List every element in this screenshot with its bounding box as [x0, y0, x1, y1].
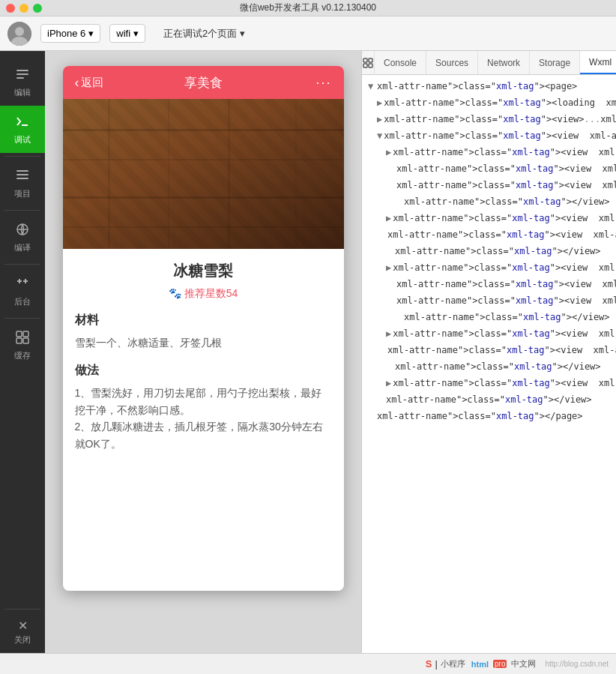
xml-tree-line-3[interactable]: ▼xml-attr-name">class="xml-tag"><view xm…: [362, 127, 616, 144]
svg-rect-19: [23, 338, 28, 343]
xml-tree-line-16[interactable]: xml-attr-name">class="xml-tag"><view xml…: [362, 342, 616, 358]
sidebar-item-project[interactable]: 项目: [0, 160, 45, 207]
xml-content-17: xml-attr-name">class="xml-tag"></view>: [395, 360, 601, 373]
tab-network[interactable]: Network: [478, 51, 530, 74]
xml-tree-line-4[interactable]: ▶xml-attr-name">class="xml-tag"><view xm…: [362, 144, 616, 160]
svg-rect-24: [63, 226, 344, 228]
xml-content-7: xml-attr-name">class="xml-tag"></view>: [404, 195, 610, 208]
svg-rect-7: [16, 170, 28, 172]
xml-content-4: xml-attr-name">class="xml-tag"><view xml…: [393, 145, 616, 159]
xml-tree-line-13[interactable]: xml-attr-name">class="xml-tag"><view xml…: [362, 292, 616, 309]
xml-content-5: xml-attr-name">class="xml-tag"><view xml…: [396, 162, 616, 175]
xml-content-6: xml-attr-name">class="xml-tag"><view xml…: [396, 178, 616, 192]
device-selector[interactable]: iPhone 6 ▾: [40, 24, 100, 43]
xml-content-15: xml-attr-name">class="xml-tag"><view xml…: [393, 327, 616, 340]
xml-toggle-8[interactable]: ▶: [386, 211, 391, 225]
project-icon: [14, 167, 31, 186]
xml-tree-line-9[interactable]: xml-attr-name">class="xml-tag"><view xml…: [362, 226, 616, 243]
sidebar-item-editor[interactable]: 编辑: [0, 58, 45, 106]
xml-content-12: xml-attr-name">class="xml-tag"><view xml…: [396, 277, 616, 291]
devtools-xml-content: ▼xml-attr-name">class="xml-tag"><page>▶x…: [362, 75, 616, 653]
xml-toggle-11[interactable]: ▶: [386, 261, 391, 274]
sidebar-backend-label: 后台: [14, 296, 31, 307]
xml-tree-line-11[interactable]: ▶xml-attr-name">class="xml-tag"><view xm…: [362, 259, 616, 276]
xml-tree-line-17[interactable]: xml-attr-name">class="xml-tag"></view>: [362, 358, 616, 375]
svg-rect-23: [63, 196, 344, 199]
debug-icon: [14, 113, 31, 132]
minimize-button[interactable]: [19, 4, 28, 13]
avatar: [7, 22, 31, 46]
xml-tree-line-6[interactable]: xml-attr-name">class="xml-tag"><view xml…: [362, 177, 616, 193]
tab-console[interactable]: Console: [375, 51, 426, 74]
xml-toggle-18[interactable]: ▶: [386, 376, 391, 390]
maximize-button[interactable]: [33, 4, 42, 13]
xml-tree-line-18[interactable]: ▶xml-attr-name">class="xml-tag"><view xm…: [362, 375, 616, 391]
xml-tree-line-5[interactable]: xml-attr-name">class="xml-tag"><view xml…: [362, 160, 616, 177]
xml-tree-line-20[interactable]: xml-attr-name">class="xml-tag"></page>: [362, 408, 616, 424]
xml-toggle-1[interactable]: ▶: [377, 96, 382, 109]
sidebar-item-debug[interactable]: 调试: [0, 106, 45, 153]
xml-content-2: xml-attr-name">class="xml-tag"><view>...…: [384, 112, 616, 126]
sidebar-item-cache[interactable]: 缓存: [0, 322, 45, 369]
svg-rect-32: [369, 64, 372, 67]
phone-more-button[interactable]: ···: [315, 75, 331, 91]
translate-icon: [14, 221, 31, 240]
xml-tree-line-10[interactable]: xml-attr-name">class="xml-tag"></view>: [362, 243, 616, 259]
tab-storage[interactable]: Storage: [530, 51, 580, 74]
network-selector[interactable]: wifi ▾: [109, 24, 145, 43]
recipe-title: 冰糖雪梨: [75, 261, 332, 281]
tab-wxml[interactable]: Wxml: [580, 51, 616, 74]
device-chevron: ▾: [88, 28, 94, 39]
window-controls[interactable]: [6, 4, 42, 13]
materials-title: 材料: [75, 313, 332, 328]
xml-toggle-3[interactable]: ▼: [377, 129, 382, 142]
phone-body: 冰糖雪梨 🐾 推荐星数54 材料 雪梨一个、冰糖适量、牙签几根 做法 1、雪梨洗…: [63, 249, 344, 476]
xml-tree-line-0[interactable]: ▼xml-attr-name">class="xml-tag"><page>: [362, 78, 616, 94]
xml-tree-line-12[interactable]: xml-attr-name">class="xml-tag"><view xml…: [362, 276, 616, 292]
svg-rect-27: [228, 99, 230, 249]
svg-point-1: [15, 27, 24, 36]
sidebar-divider-1: [4, 156, 40, 157]
main-content: 编辑 调试 项目: [0, 51, 616, 653]
xml-tree-line-15[interactable]: ▶xml-attr-name">class="xml-tag"><view xm…: [362, 325, 616, 342]
xml-tree-line-7[interactable]: xml-attr-name">class="xml-tag"></view>: [362, 193, 616, 210]
svg-rect-5: [16, 77, 24, 79]
xml-toggle-2[interactable]: ▶: [377, 112, 382, 126]
svg-rect-17: [23, 331, 28, 337]
phone-nav-title: 享美食: [184, 74, 223, 91]
tab-sources[interactable]: Sources: [426, 51, 478, 74]
svg-rect-20: [63, 99, 344, 249]
xml-tree-line-14[interactable]: xml-attr-name">class="xml-tag"></view>: [362, 309, 616, 325]
devtools-inspect-icon[interactable]: [362, 51, 375, 75]
star-emoji: 🐾: [169, 287, 181, 299]
materials-content: 雪梨一个、冰糖适量、牙签几根: [75, 334, 332, 351]
phone-hero-image: [63, 99, 344, 249]
xml-content-9: xml-attr-name">class="xml-tag"><view xml…: [387, 228, 616, 241]
xml-toggle-0[interactable]: ▼: [368, 79, 375, 93]
xml-content-3: xml-attr-name">class="xml-tag"><view xml…: [384, 129, 616, 142]
xml-tree-line-8[interactable]: ▶xml-attr-name">class="xml-tag"><view xm…: [362, 210, 616, 226]
title-bar: 微信web开发者工具 v0.12.130400: [0, 0, 616, 16]
xml-toggle-15[interactable]: ▶: [386, 327, 391, 340]
window-title: 微信web开发者工具 v0.12.130400: [240, 1, 376, 14]
sidebar-item-backend[interactable]: 后台: [0, 268, 45, 315]
sidebar-editor-label: 编辑: [14, 87, 31, 98]
sidebar-project-label: 项目: [14, 188, 31, 199]
close-button[interactable]: [6, 4, 15, 13]
xml-content-18: xml-attr-name">class="xml-tag"><view xml…: [393, 376, 616, 390]
sidebar-item-close[interactable]: ✕ 关闭: [0, 613, 45, 653]
xml-tree-line-19[interactable]: xml-attr-name">class="xml-tag"></view>: [362, 391, 616, 408]
xml-tree-line-2[interactable]: ▶xml-attr-name">class="xml-tag"><view>..…: [362, 111, 616, 127]
sidebar-item-translate[interactable]: 编译: [0, 214, 45, 261]
xml-content-0: xml-attr-name">class="xml-tag"><page>: [377, 79, 577, 93]
sidebar-divider-2: [4, 210, 40, 211]
xml-tree-line-1[interactable]: ▶xml-attr-name">class="xml-tag"><loading…: [362, 94, 616, 111]
xml-content-8: xml-attr-name">class="xml-tag"><view xml…: [393, 211, 616, 225]
phone-back-button[interactable]: ‹ 返回: [75, 75, 103, 91]
backend-icon: [14, 275, 31, 294]
recipe-stars: 🐾 推荐星数54: [75, 287, 332, 301]
devtools-panel: Console Sources Network Storage Wxml ▼xm…: [361, 51, 616, 653]
svg-rect-16: [16, 331, 22, 337]
xml-content-16: xml-attr-name">class="xml-tag"><view xml…: [387, 343, 616, 357]
xml-toggle-4[interactable]: ▶: [386, 145, 391, 159]
